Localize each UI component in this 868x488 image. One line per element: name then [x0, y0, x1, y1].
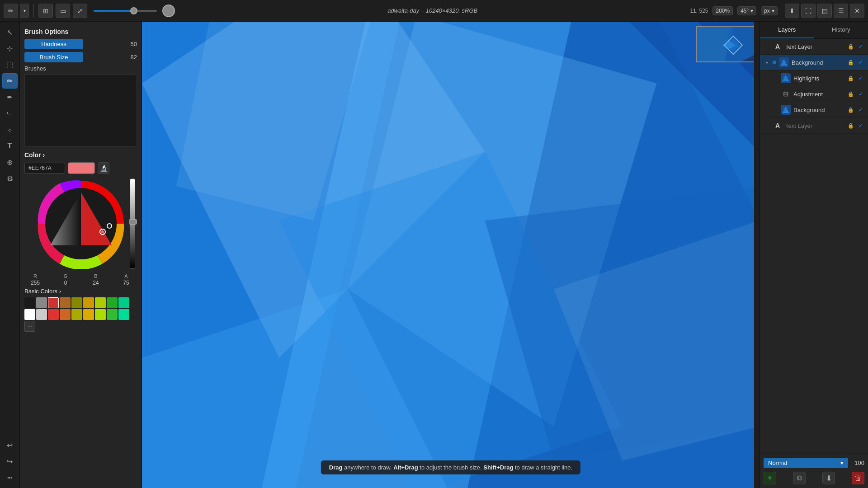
duplicate-layer-btn[interactable]: ⧉: [793, 472, 806, 484]
redo-btn[interactable]: ↪: [2, 454, 18, 469]
basic-color-swatch-16[interactable]: [107, 309, 118, 320]
layer-lock-3[interactable]: 🔒: [847, 90, 854, 98]
unit-select[interactable]: px ▾: [761, 6, 778, 15]
layer-item-5[interactable]: AText Layer🔒✓: [760, 118, 868, 134]
brushes-grid[interactable]: [24, 75, 137, 147]
more-colors-btn[interactable]: ···: [24, 321, 35, 332]
layer-visible-5[interactable]: ✓: [857, 122, 864, 129]
basic-color-swatch-17[interactable]: [118, 309, 129, 320]
export-btn[interactable]: ⤢: [73, 4, 87, 18]
layer-name-0: Text Layer: [785, 43, 844, 50]
brush-size-btn[interactable]: Brush Size: [24, 52, 83, 62]
layer-expand-1[interactable]: ▾: [764, 59, 770, 66]
color-swatch[interactable]: [68, 162, 95, 174]
move-layer-down-btn[interactable]: ⬇: [822, 472, 835, 484]
text-tool-btn[interactable]: T: [2, 138, 18, 154]
brush-tool-btn[interactable]: ✏: [4, 4, 18, 18]
basic-color-swatch-13[interactable]: [71, 309, 82, 320]
basic-color-swatch-0[interactable]: [24, 297, 35, 308]
angle-select[interactable]: 45° ▾: [737, 6, 756, 15]
basic-color-swatch-3[interactable]: [60, 297, 71, 308]
tab-layers[interactable]: Layers: [760, 22, 814, 38]
fullscreen-btn[interactable]: ⛶: [801, 4, 816, 18]
layout-btn[interactable]: ▤: [817, 4, 832, 18]
basic-color-swatch-9[interactable]: [24, 309, 35, 320]
filename: adwaita-day: [387, 7, 419, 14]
canvas-scroll[interactable]: [754, 22, 760, 488]
fill-tool-btn[interactable]: ⬦: [2, 122, 18, 137]
basic-color-swatch-12[interactable]: [60, 309, 71, 320]
layer-item-3[interactable]: ⊟Adjustment🔒✓: [768, 86, 868, 102]
layer-item-4[interactable]: Background🔒✓: [768, 102, 868, 118]
basic-color-swatch-7[interactable]: [107, 297, 118, 308]
more-tools-btn[interactable]: •••: [2, 470, 18, 485]
settings-tool-btn[interactable]: ⚙: [2, 171, 18, 186]
svg-marker-24: [783, 76, 788, 81]
slider-track[interactable]: [94, 10, 157, 12]
coordinates-display: 11, 525: [690, 8, 708, 14]
pen-tool-btn[interactable]: ✒: [2, 89, 18, 105]
crop-btn[interactable]: ⊞: [38, 4, 53, 18]
eyedropper-btn[interactable]: 🔬: [98, 162, 109, 174]
delete-layer-btn[interactable]: 🗑: [852, 472, 864, 484]
transform-tool-btn[interactable]: ⊹: [2, 41, 18, 56]
canvas-svg: [142, 22, 760, 488]
brightness-slider[interactable]: [130, 178, 135, 269]
tab-history[interactable]: History: [814, 22, 868, 38]
layer-lock-4[interactable]: 🔒: [847, 106, 854, 113]
layer-lock-2[interactable]: 🔒: [847, 75, 854, 82]
basic-color-swatch-2[interactable]: [48, 297, 59, 308]
b-value: 24: [93, 280, 99, 286]
layer-visible-1[interactable]: ✓: [857, 59, 864, 66]
r-col: R 255: [24, 273, 46, 286]
tool-dropdown-btn[interactable]: ▾: [20, 4, 29, 18]
selection-tool-btn[interactable]: ⬚: [2, 57, 18, 72]
color-wheel[interactable]: [36, 178, 126, 269]
basic-color-swatch-14[interactable]: [83, 309, 94, 320]
menu-btn[interactable]: ☰: [834, 4, 848, 18]
layer-visible-3[interactable]: ✓: [857, 90, 864, 98]
basic-colors-header[interactable]: Basic Colors ›: [24, 288, 137, 295]
layer-lock-1[interactable]: 🔒: [847, 59, 854, 66]
clone-tool-btn[interactable]: ⏘: [2, 106, 18, 121]
layer-expand-placeholder-3: [772, 91, 778, 97]
hex-input[interactable]: [24, 163, 65, 174]
slider-thumb[interactable]: [130, 7, 137, 14]
layer-visible-4[interactable]: ✓: [857, 106, 864, 113]
alt-action: to adjust the brush size.: [420, 464, 483, 471]
layer-visible-2[interactable]: ✓: [857, 75, 864, 82]
blend-mode-select[interactable]: Normal ▾: [764, 458, 848, 468]
layer-item-2[interactable]: Highlights🔒✓: [768, 70, 868, 86]
basic-color-swatch-8[interactable]: [118, 297, 129, 308]
basic-color-swatch-5[interactable]: [83, 297, 94, 308]
basic-color-swatch-11[interactable]: [48, 309, 59, 320]
layer-item-1[interactable]: ▾Background🔒✓: [760, 55, 868, 70]
basic-color-swatch-4[interactable]: [71, 297, 82, 308]
basic-color-swatch-1[interactable]: [36, 297, 47, 308]
close-btn[interactable]: ✕: [850, 4, 864, 18]
zoom-select[interactable]: 200%: [712, 6, 733, 15]
basic-color-swatch-6[interactable]: [95, 297, 106, 308]
download-btn[interactable]: ⬇: [785, 4, 799, 18]
brush-size-slider[interactable]: [94, 5, 175, 17]
merge-tool-btn[interactable]: ⊕: [2, 155, 18, 170]
layer-item-0[interactable]: AText Layer🔒✓: [760, 39, 868, 55]
layer-name-1: Background: [792, 59, 844, 66]
brush-tool-btn-left[interactable]: ✏: [2, 73, 18, 89]
layer-lock-5[interactable]: 🔒: [847, 122, 854, 129]
pointer-tool-btn[interactable]: ↖: [2, 24, 18, 40]
add-layer-btn[interactable]: +: [764, 472, 776, 484]
canvas-bg: Drag anywhere to draw. Alt+Drag to adjus…: [142, 22, 760, 488]
layer-lock-0[interactable]: 🔒: [847, 43, 854, 50]
layer-visible-0[interactable]: ✓: [857, 43, 864, 50]
color-expand-icon: ›: [43, 151, 45, 159]
basic-color-swatch-15[interactable]: [95, 309, 106, 320]
canvas-area[interactable]: Drag anywhere to draw. Alt+Drag to adjus…: [142, 22, 760, 488]
basic-color-swatch-10[interactable]: [36, 309, 47, 320]
rect-btn[interactable]: ▭: [56, 4, 70, 18]
color-wheel-svg[interactable]: [36, 178, 126, 269]
color-section-header[interactable]: Color ›: [24, 151, 137, 159]
undo-btn[interactable]: ↩: [2, 437, 18, 453]
hardness-btn[interactable]: Hardness: [24, 39, 83, 49]
brightness-thumb[interactable]: [129, 219, 137, 225]
